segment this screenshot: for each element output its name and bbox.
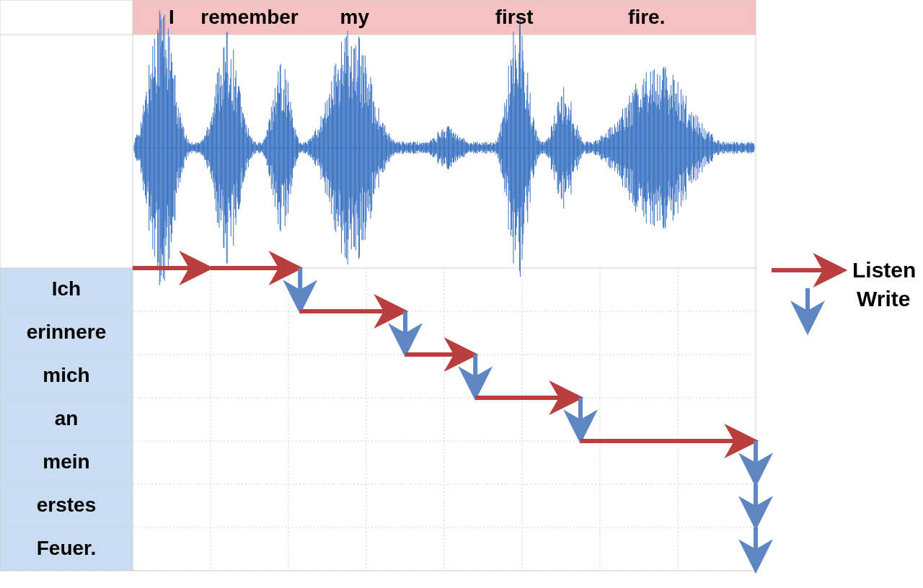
target-word: Ich — [0, 277, 133, 300]
target-word: erinnere — [0, 321, 133, 344]
target-word: mein — [0, 450, 133, 473]
target-word: erstes — [0, 494, 133, 517]
diagram-stage: Iremembermyfirstfire. Icherinneremichanm… — [0, 0, 923, 588]
legend-listen-label: Listen — [852, 258, 916, 282]
source-word: my — [283, 6, 427, 29]
source-word: first — [442, 6, 586, 29]
diagram-svg — [0, 0, 923, 588]
target-word: an — [0, 407, 133, 430]
legend-write-label: Write — [857, 287, 910, 311]
source-word: fire. — [575, 6, 719, 29]
target-word: Feuer. — [0, 537, 133, 560]
target-word: mich — [0, 364, 133, 387]
